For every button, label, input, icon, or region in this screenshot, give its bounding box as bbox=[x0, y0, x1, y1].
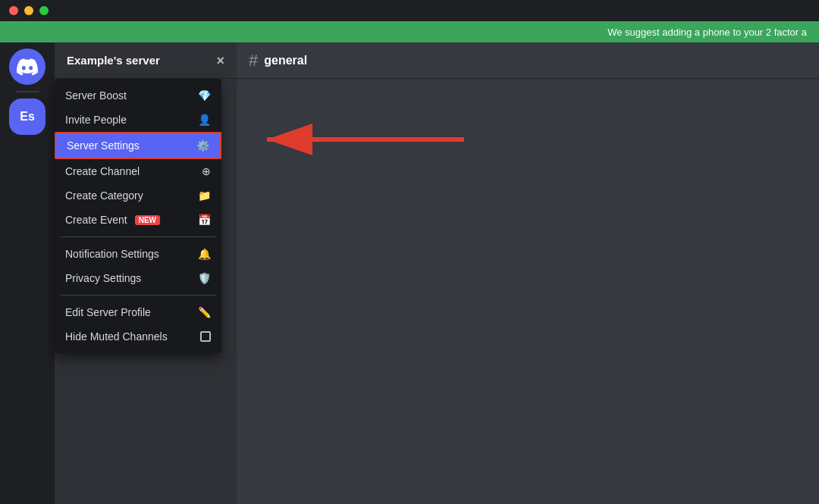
main-content: # general bbox=[237, 42, 819, 504]
menu-item-create-event[interactable]: Create Event NEW 📅 bbox=[55, 208, 221, 232]
discord-home-button[interactable] bbox=[9, 49, 46, 85]
create-event-icon: 📅 bbox=[198, 214, 211, 226]
edit-server-profile-icon: ✏️ bbox=[198, 306, 211, 318]
close-button[interactable]: × bbox=[216, 54, 224, 67]
server-boost-label: Server Boost bbox=[65, 89, 127, 102]
hide-muted-channels-checkbox[interactable] bbox=[200, 331, 211, 342]
channel-header[interactable]: Example's server × bbox=[55, 42, 237, 79]
menu-item-create-category[interactable]: Create Category 📁 bbox=[55, 183, 221, 208]
channel-name: general bbox=[264, 54, 307, 67]
menu-item-edit-server-profile[interactable]: Edit Server Profile ✏️ bbox=[55, 300, 221, 324]
notification-settings-label: Notification Settings bbox=[65, 248, 159, 260]
minimize-button[interactable] bbox=[24, 6, 33, 15]
menu-item-privacy-settings[interactable]: Privacy Settings 🛡️ bbox=[55, 266, 221, 290]
privacy-settings-icon: 🛡️ bbox=[198, 272, 211, 284]
create-channel-icon: ⊕ bbox=[202, 165, 211, 177]
privacy-settings-label: Privacy Settings bbox=[65, 272, 141, 284]
invite-people-icon: 👤 bbox=[198, 114, 211, 126]
menu-item-server-boost[interactable]: Server Boost 💎 bbox=[55, 83, 221, 108]
server-settings-icon: ⚙️ bbox=[196, 139, 209, 152]
server-avatar[interactable]: Es bbox=[9, 99, 46, 135]
menu-divider-2 bbox=[61, 295, 215, 296]
create-category-icon: 📁 bbox=[198, 189, 211, 202]
hide-muted-channels-label: Hide Muted Channels bbox=[65, 330, 168, 343]
server-boost-icon: 💎 bbox=[198, 89, 211, 102]
edit-server-profile-label: Edit Server Profile bbox=[65, 306, 151, 318]
notification-settings-icon: 🔔 bbox=[198, 248, 211, 260]
context-menu: Server Boost 💎 Invite People 👤 Server Se… bbox=[55, 79, 221, 353]
create-category-label: Create Category bbox=[65, 189, 143, 202]
menu-item-hide-muted-channels[interactable]: Hide Muted Channels bbox=[55, 324, 221, 349]
create-channel-label: Create Channel bbox=[65, 165, 140, 177]
annotation-arrow bbox=[252, 117, 479, 162]
server-rail: Es bbox=[0, 42, 55, 504]
notification-text: We suggest adding a phone to your 2 fact… bbox=[607, 27, 807, 38]
notification-bar: We suggest adding a phone to your 2 fact… bbox=[0, 21, 819, 42]
main-layout: Es Example's server × Server Boost 💎 Inv… bbox=[0, 42, 819, 504]
menu-item-create-channel[interactable]: Create Channel ⊕ bbox=[55, 159, 221, 183]
close-button[interactable] bbox=[9, 6, 18, 15]
maximize-button[interactable] bbox=[39, 6, 49, 15]
channel-hash-icon: # bbox=[249, 51, 258, 70]
menu-divider-1 bbox=[61, 236, 215, 237]
channel-topbar: # general bbox=[237, 42, 819, 79]
new-badge: NEW bbox=[135, 215, 160, 225]
server-settings-label: Server Settings bbox=[67, 139, 140, 152]
title-bar bbox=[0, 0, 819, 21]
create-event-label: Create Event bbox=[65, 214, 127, 226]
server-name: Example's server bbox=[67, 54, 160, 67]
server-divider bbox=[15, 91, 39, 92]
invite-people-label: Invite People bbox=[65, 114, 127, 126]
channel-panel: Example's server × Server Boost 💎 Invite… bbox=[55, 42, 237, 504]
content-area bbox=[237, 79, 819, 504]
menu-item-notification-settings[interactable]: Notification Settings 🔔 bbox=[55, 242, 221, 266]
menu-item-server-settings[interactable]: Server Settings ⚙️ bbox=[55, 132, 221, 159]
menu-item-invite-people[interactable]: Invite People 👤 bbox=[55, 108, 221, 132]
